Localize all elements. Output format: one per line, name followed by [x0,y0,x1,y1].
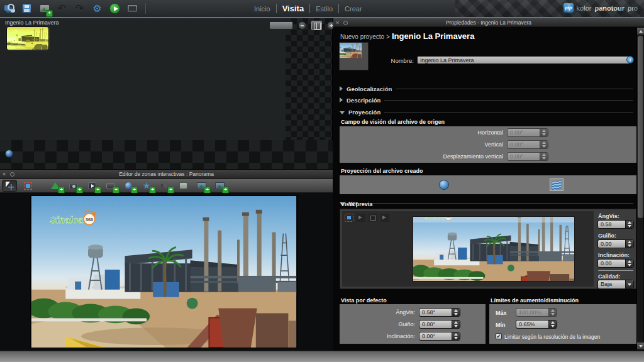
section-proyeccion[interactable]: Proyección [340,107,633,117]
redo-icon[interactable]: ↷ [73,2,86,15]
zoom-limits-title: Límites de aumento/disminución [491,297,579,304]
project-search-icon[interactable] [3,2,16,15]
vertical-fov-spinner[interactable]: 0.00° [507,140,548,149]
panorama-thumbnail[interactable] [339,42,369,70]
angvis-spinner[interactable]: 0.58 [597,220,634,229]
zoom-out-icon[interactable] [298,21,306,30]
preview-panel: ÁngVis: 0.58 Guiño: 0.00 Inclinación: 0.… [340,209,636,289]
build-icon[interactable] [126,2,139,15]
spinner-arrows-icon[interactable] [625,240,633,248]
preview-image[interactable] [413,216,575,282]
add-polygon-zone-icon[interactable] [48,180,63,192]
projection-panel [340,175,636,194]
add-photo-hotspot-icon[interactable] [66,180,81,192]
spinner-arrows-icon[interactable] [548,309,557,316]
save-icon[interactable] [20,2,33,15]
flat-projection-icon[interactable] [550,178,564,191]
tab-crear[interactable]: Crear [345,5,362,13]
limit-resolution-label: Limitar según la resolución de la imagen [504,334,600,340]
brand-kolor: kolor [577,4,592,12]
settings-gear-icon[interactable]: ⚙ [91,2,104,15]
name-input[interactable] [417,56,630,64]
dv-guino-spinner[interactable]: 0.00° [419,320,460,329]
panorama-item-thumbnail[interactable] [6,26,49,50]
add-star-hotspot-icon[interactable] [139,180,154,192]
fov-row-label: Desplazamiento vertical [345,153,503,160]
hotspot-editor-header: × Editor de zonas interactivas : Panoram… [0,170,333,179]
grid-view-icon[interactable] [311,21,322,30]
preview-frame-icon[interactable] [369,214,377,222]
scroll-up-icon[interactable] [637,28,644,35]
spherical-projection-icon[interactable] [439,180,449,190]
tab-estilo[interactable]: Estilo [316,5,333,13]
dv-label: Inclinación: [345,333,415,339]
move-tool-icon[interactable] [2,180,17,192]
hotspot-editor-title: Editor de zonas interactivas : Panorama [0,171,333,177]
preview-toolbar [345,214,389,222]
mask-tool-icon[interactable] [175,180,191,192]
breadcrumb: Nuevo proyecto>Ingenio La Primavera [340,31,474,41]
preview-camera-icon[interactable] [357,214,365,222]
tab-visita[interactable]: Visita [282,4,304,13]
fov-row-label: Horizontal [345,129,503,136]
spinner-arrows-icon[interactable] [548,321,557,328]
properties-scrollbar[interactable] [636,28,643,349]
section-geolocalizacion[interactable]: Geolocalización [340,84,633,94]
spinner-arrows-icon[interactable] [452,332,460,340]
calidad-label: Calidad: [598,273,621,280]
spinner-arrows-icon[interactable] [452,321,460,328]
spinner-arrows-icon[interactable] [625,221,633,228]
vertical-offset-spinner[interactable]: 0.00° [507,152,548,161]
transparency-checker [0,140,333,169]
dv-inclinacion-spinner[interactable]: 0.00° [419,332,460,341]
add-video-hotspot-icon[interactable] [84,180,99,192]
max-zoom-spinner[interactable]: 100.00% [516,308,557,317]
add-sound-hotspot-icon[interactable] [157,180,172,192]
select-zone-tool-icon[interactable] [20,180,35,192]
toolbar-separator [145,3,146,14]
preview-canvas[interactable] [342,211,594,287]
info-icon[interactable]: i [626,56,634,63]
panorama-marker-icon[interactable] [5,150,13,158]
spinner-arrows-icon[interactable] [452,309,460,316]
add-panorama-icon[interactable] [38,2,51,15]
section-ver[interactable]: Ver [340,198,633,208]
angvis-label: ÁngVis: [598,213,619,219]
calidad-dropdown[interactable]: Baja [597,280,634,289]
section-label: Descripción [347,97,380,104]
dv-angvis-spinner[interactable]: 0.58° [419,308,460,317]
tab-inicio[interactable]: Inicio [254,5,270,13]
spinner-value: 100.00% [516,309,548,316]
scrollbar-thumb[interactable] [638,36,643,218]
spinner-arrows-icon[interactable] [625,260,633,267]
section-descripcion[interactable]: Descripción [340,95,633,105]
add-text-hotspot-icon[interactable] [103,180,118,192]
preview-title: Vista previa [341,201,372,207]
preview-play-icon[interactable] [108,2,121,15]
panorama-image[interactable] [30,195,297,348]
properties-panel: × Propiedades - Ingenio La Primavera Nue… [333,18,644,351]
limit-resolution-checkbox[interactable]: ✓ [496,333,502,339]
divider [598,270,633,271]
dropdown-arrow-icon [625,280,633,288]
preview-select-view-icon[interactable] [345,214,353,222]
breadcrumb-parent[interactable]: Nuevo proyecto [340,33,384,40]
scroll-down-icon[interactable] [637,343,644,349]
add-image-icon[interactable] [194,180,209,192]
preview-orbit-icon[interactable] [380,214,389,222]
tab-separator [338,4,339,13]
hotspot-editor-canvas[interactable] [0,193,333,351]
list-search-input[interactable] [269,21,293,30]
guino-spinner[interactable]: 0.00 [597,239,634,248]
spinner-arrows-icon[interactable] [540,141,548,148]
add-images-icon[interactable] [212,180,227,192]
min-zoom-spinner[interactable]: 0.65% [516,320,557,329]
undo-icon[interactable]: ↶ [55,2,69,15]
inclinacion-spinner[interactable]: 0.00 [597,259,634,268]
horizontal-fov-spinner[interactable]: 0.00° [507,128,548,137]
add-point-hotspot-icon[interactable] [121,180,136,192]
divider [362,203,633,204]
spinner-arrows-icon[interactable] [540,153,548,160]
tour-panorama-area[interactable]: Ingenio La Primavera [0,18,333,169]
spinner-arrows-icon[interactable] [540,129,548,136]
